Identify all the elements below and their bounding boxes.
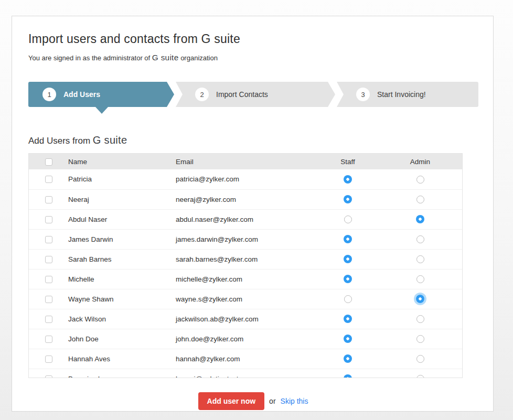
admin-radio[interactable] <box>416 255 424 263</box>
import-wizard-card: Import users and contacts from G suite Y… <box>12 16 494 412</box>
users-table: Name Email Staff Admin Patricia patricia… <box>28 153 463 378</box>
user-name: Abdul Naser <box>68 209 176 229</box>
table-row: Neeraj neeraj@zylker.com <box>29 189 462 209</box>
or-separator: or <box>269 397 275 405</box>
table-row: Abdul Naser abdul.naser@zylker.com <box>29 209 462 229</box>
user-name: Hannah Aves <box>68 349 176 369</box>
user-email: sarah.barnes@zylker.com <box>176 249 317 269</box>
user-name: James Darwin <box>68 229 176 249</box>
row-checkbox[interactable] <box>45 356 52 363</box>
row-checkbox[interactable] <box>45 296 52 303</box>
row-checkbox[interactable] <box>45 336 52 343</box>
row-checkbox[interactable] <box>45 196 52 203</box>
staff-radio[interactable] <box>344 235 352 243</box>
user-name: Wayne Shawn <box>68 289 176 309</box>
admin-radio[interactable] <box>416 315 424 323</box>
step-import-contacts[interactable]: 2 Import Contacts <box>176 82 335 107</box>
active-step-pointer <box>95 107 108 114</box>
admin-radio[interactable] <box>416 295 424 303</box>
users-table-body: Patricia patricia@zylker.com Neeraj neer… <box>29 169 462 378</box>
admin-radio[interactable] <box>416 176 424 184</box>
table-row: Wayne Shawn wayne.s@zylker.com <box>29 289 462 309</box>
admin-radio[interactable] <box>416 215 424 223</box>
page-title: Import users and contacts from G suite <box>28 32 477 46</box>
staff-radio[interactable] <box>344 255 352 263</box>
admin-radio[interactable] <box>416 275 424 283</box>
staff-radio[interactable] <box>344 295 352 303</box>
wizard-steps: 1 Add Users 2 Import Contacts 3 Start In… <box>28 82 478 107</box>
user-email: michelle@zylker.com <box>176 269 317 289</box>
table-row: Michelle michelle@zylker.com <box>29 269 462 289</box>
staff-radio[interactable] <box>344 374 352 378</box>
page-title-text: Import users and contacts from G suite <box>28 32 240 46</box>
skip-this-link[interactable]: Skip this <box>281 397 308 405</box>
row-checkbox[interactable] <box>45 375 52 378</box>
user-name: Patricia <box>68 169 176 189</box>
user-email: james.darwin@zylker.com <box>176 229 317 249</box>
user-email: hannah@zylker.com <box>176 349 317 369</box>
step-3-number: 3 <box>356 88 370 101</box>
staff-radio[interactable] <box>344 335 352 343</box>
table-row: Hannah Aves hannah@zylker.com <box>29 349 462 369</box>
row-checkbox[interactable] <box>45 236 52 243</box>
subtitle-suffix: organization <box>180 54 218 62</box>
user-email: patricia@zylker.com <box>176 169 317 189</box>
step-1-label: Add Users <box>63 90 100 99</box>
row-checkbox[interactable] <box>45 256 52 263</box>
admin-radio[interactable] <box>416 375 424 378</box>
user-email: jackwilson.ab@zylker.com <box>176 309 317 329</box>
staff-radio[interactable] <box>344 195 352 203</box>
table-header-row: Name Email Staff Admin <box>29 154 462 169</box>
step-2-number: 2 <box>195 88 209 101</box>
column-header-name: Name <box>68 154 176 169</box>
table-row: Sarah Barnes sarah.barnes@zylker.com <box>29 249 462 269</box>
admin-radio[interactable] <box>416 355 424 363</box>
user-email: john.doe@zylker.com <box>176 329 317 349</box>
staff-radio[interactable] <box>344 315 352 323</box>
staff-radio[interactable] <box>344 275 352 283</box>
table-row: Jack Wilson jackwilson.ab@zylker.com <box>29 309 462 329</box>
admin-radio[interactable] <box>416 196 424 203</box>
gsuite-brand-text: G suite <box>152 53 179 62</box>
table-row: Barani velan barani@solutiontest.com <box>29 369 462 378</box>
table-row: John Doe john.doe@zylker.com <box>29 329 462 349</box>
table-row: James Darwin james.darwin@zylker.com <box>29 229 462 249</box>
user-name: John Doe <box>68 329 176 349</box>
subtitle-prefix: You are signed in as the administrator o… <box>28 54 150 62</box>
page-subtitle: You are signed in as the administrator o… <box>28 53 477 62</box>
staff-radio[interactable] <box>344 175 352 184</box>
user-name: Michelle <box>68 269 176 289</box>
user-name: Sarah Barnes <box>68 249 176 269</box>
section-heading-brand: G suite <box>93 134 127 146</box>
user-email: neeraj@zylker.com <box>176 189 317 209</box>
step-start-invoicing[interactable]: 3 Start Invoicing! <box>337 82 478 107</box>
user-name: Jack Wilson <box>68 309 176 329</box>
staff-radio[interactable] <box>344 216 352 223</box>
user-email: wayne.s@zylker.com <box>176 289 317 309</box>
user-name: Neeraj <box>68 189 176 209</box>
row-checkbox[interactable] <box>45 216 52 223</box>
footer-actions: Add user now or Skip this <box>28 392 478 410</box>
column-header-staff: Staff <box>317 154 378 169</box>
section-heading-prefix: Add Users from <box>28 136 90 146</box>
user-name: Barani velan <box>68 369 176 378</box>
select-all-checkbox[interactable] <box>45 158 52 166</box>
staff-radio[interactable] <box>344 354 352 363</box>
user-email: abdul.naser@zylker.com <box>176 209 317 229</box>
column-header-admin: Admin <box>378 154 462 169</box>
section-heading: Add Users from G suite <box>28 134 477 146</box>
step-1-number: 1 <box>42 88 56 101</box>
add-user-now-button[interactable]: Add user now <box>198 392 265 410</box>
admin-radio[interactable] <box>416 235 424 243</box>
admin-radio[interactable] <box>416 335 424 343</box>
row-checkbox[interactable] <box>45 276 52 283</box>
column-header-email: Email <box>176 154 317 169</box>
user-email: barani@solutiontest.com <box>176 369 317 378</box>
row-checkbox[interactable] <box>45 176 52 183</box>
table-row: Patricia patricia@zylker.com <box>29 169 462 189</box>
row-checkbox[interactable] <box>45 316 52 323</box>
step-3-label: Start Invoicing! <box>377 90 426 99</box>
step-2-label: Import Contacts <box>216 90 268 99</box>
step-add-users[interactable]: 1 Add Users <box>28 82 174 107</box>
